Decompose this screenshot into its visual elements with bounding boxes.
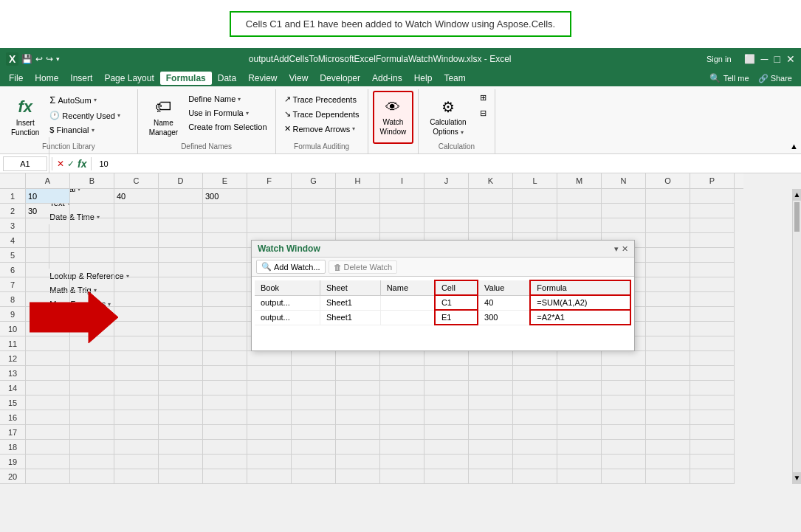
cell-O12[interactable] xyxy=(646,351,690,366)
cell-C7[interactable] xyxy=(114,277,159,292)
cell-O11[interactable] xyxy=(646,336,690,351)
cell-G19[interactable] xyxy=(292,455,336,469)
cell-N15[interactable] xyxy=(602,395,646,410)
cell-O2[interactable] xyxy=(646,204,690,218)
cell-E7[interactable] xyxy=(203,277,247,292)
cell-B15[interactable] xyxy=(70,395,114,410)
minimize-button[interactable]: ─ xyxy=(761,53,769,65)
col-header-L[interactable]: L xyxy=(513,173,557,189)
autosum-dropdown[interactable]: ▾ xyxy=(94,97,97,103)
col-header-M[interactable]: M xyxy=(557,173,602,189)
cell-C17[interactable] xyxy=(114,425,159,440)
row-header-6[interactable]: 6 xyxy=(0,263,25,277)
cell-K19[interactable] xyxy=(469,455,513,469)
cell-C6[interactable] xyxy=(114,263,159,277)
scroll-down-button[interactable]: ▼ xyxy=(793,472,801,484)
cell-K1[interactable] xyxy=(469,189,513,204)
cell-F13[interactable] xyxy=(247,366,292,381)
cell-G20[interactable] xyxy=(292,469,336,484)
cell-A3[interactable] xyxy=(26,218,70,233)
formula-input[interactable] xyxy=(96,159,798,168)
cell-F1[interactable] xyxy=(247,189,292,204)
cell-K2[interactable] xyxy=(469,204,513,218)
cell-P5[interactable] xyxy=(690,248,735,263)
cell-B2[interactable] xyxy=(70,204,114,218)
cell-E13[interactable] xyxy=(203,366,247,381)
col-header-F[interactable]: F xyxy=(247,173,292,189)
cell-P1[interactable] xyxy=(690,189,735,204)
cell-K16[interactable] xyxy=(469,410,513,425)
autosum-button[interactable]: Σ AutoSum ▾ xyxy=(46,92,132,108)
cell-O9[interactable] xyxy=(646,307,690,322)
cell-E11[interactable] xyxy=(203,336,247,351)
cell-C10[interactable] xyxy=(114,322,159,336)
col-header-P[interactable]: P xyxy=(690,173,735,189)
cell-L2[interactable] xyxy=(513,204,557,218)
cell-D5[interactable] xyxy=(159,248,203,263)
cell-A19[interactable] xyxy=(26,455,70,469)
cell-J1[interactable] xyxy=(424,189,469,204)
watch-window-pin-icon[interactable]: ▾ xyxy=(614,244,619,254)
cell-J13[interactable] xyxy=(424,366,469,381)
cell-L17[interactable] xyxy=(513,425,557,440)
cell-A18[interactable] xyxy=(26,440,70,455)
cell-H20[interactable] xyxy=(336,469,380,484)
cell-P13[interactable] xyxy=(690,366,735,381)
cell-M14[interactable] xyxy=(557,381,602,395)
row-header-5[interactable]: 5 xyxy=(0,248,25,263)
cell-L14[interactable] xyxy=(513,381,557,395)
cell-H17[interactable] xyxy=(336,425,380,440)
row-header-4[interactable]: 4 xyxy=(0,233,25,248)
row-header-15[interactable]: 15 xyxy=(0,395,25,410)
cell-E17[interactable] xyxy=(203,425,247,440)
cell-C12[interactable] xyxy=(114,351,159,366)
cell-N3[interactable] xyxy=(602,218,646,233)
cell-E8[interactable] xyxy=(203,292,247,307)
cell-H15[interactable] xyxy=(336,395,380,410)
add-watch-button[interactable]: 🔍 Add Watch... xyxy=(256,260,326,274)
row-header-2[interactable]: 2 xyxy=(0,204,25,218)
cell-K3[interactable] xyxy=(469,218,513,233)
cell-P8[interactable] xyxy=(690,292,735,307)
row-header-1[interactable]: 1 xyxy=(0,189,25,204)
cell-N14[interactable] xyxy=(602,381,646,395)
cell-E6[interactable] xyxy=(203,263,247,277)
use-in-formula-button[interactable]: Use in Formula ▾ xyxy=(185,106,270,120)
cell-O17[interactable] xyxy=(646,425,690,440)
cell-A15[interactable] xyxy=(26,395,70,410)
cell-B18[interactable] xyxy=(70,440,114,455)
cell-J17[interactable] xyxy=(424,425,469,440)
cell-J15[interactable] xyxy=(424,395,469,410)
cell-O3[interactable] xyxy=(646,218,690,233)
cell-E18[interactable] xyxy=(203,440,247,455)
tell-me-text[interactable]: Tell me xyxy=(723,74,749,83)
cell-D10[interactable] xyxy=(159,322,203,336)
col-header-E[interactable]: E xyxy=(203,173,247,189)
cell-N13[interactable] xyxy=(602,366,646,381)
cell-P17[interactable] xyxy=(690,425,735,440)
cell-H2[interactable] xyxy=(336,204,380,218)
cell-D7[interactable] xyxy=(159,277,203,292)
cell-G14[interactable] xyxy=(292,381,336,395)
cell-E15[interactable] xyxy=(203,395,247,410)
recently-used-dropdown[interactable]: ▾ xyxy=(117,112,120,119)
cell-K17[interactable] xyxy=(469,425,513,440)
cell-reference-box[interactable] xyxy=(3,156,47,171)
cell-M12[interactable] xyxy=(557,351,602,366)
cell-C3[interactable] xyxy=(114,218,159,233)
cell-D11[interactable] xyxy=(159,336,203,351)
cell-H1[interactable] xyxy=(336,189,380,204)
cell-P10[interactable] xyxy=(690,322,735,336)
cell-H12[interactable] xyxy=(336,351,380,366)
cell-D9[interactable] xyxy=(159,307,203,322)
cell-A1[interactable]: 10 xyxy=(26,189,70,204)
cell-O5[interactable] xyxy=(646,248,690,263)
cell-O6[interactable] xyxy=(646,263,690,277)
ribbon-display-icon[interactable]: ⬜ xyxy=(744,54,755,64)
cell-C4[interactable] xyxy=(114,233,159,248)
undo-icon[interactable]: ↩ xyxy=(35,54,43,64)
cell-G3[interactable] xyxy=(292,218,336,233)
cell-E16[interactable] xyxy=(203,410,247,425)
cell-F3[interactable] xyxy=(247,218,292,233)
cell-E12[interactable] xyxy=(203,351,247,366)
